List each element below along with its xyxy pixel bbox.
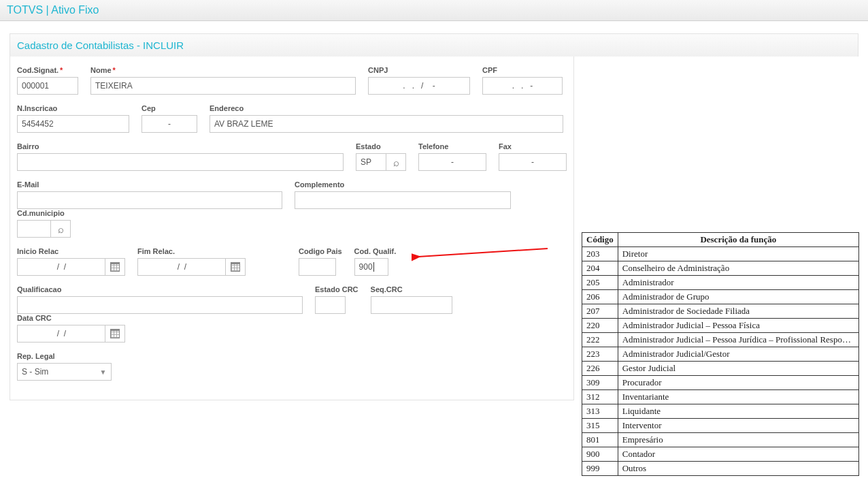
table-row: 309Procurador bbox=[582, 376, 859, 390]
data-crc-input[interactable] bbox=[17, 325, 105, 342]
cod-qualif-input[interactable]: 900 bbox=[354, 258, 388, 276]
label-inicio-relac: Inicio Relac bbox=[17, 247, 125, 255]
cell-desc: Administrador Judicial – Pessoa Física bbox=[618, 319, 858, 333]
col-header-desc: Descrição da função bbox=[618, 233, 858, 247]
cell-desc: Administrador de Grupo bbox=[618, 290, 858, 304]
cell-desc: Administrador de Sociedade Filiada bbox=[618, 304, 858, 319]
cd-municipio-input[interactable] bbox=[17, 220, 51, 238]
cell-desc: Administrador bbox=[618, 276, 858, 290]
complemento-input[interactable] bbox=[295, 191, 511, 209]
label-fax: Fax bbox=[499, 142, 567, 150]
label-cod-qualif: Cod. Qualif. bbox=[354, 247, 397, 255]
email-input[interactable] bbox=[17, 191, 282, 209]
chevron-down-icon: ▼ bbox=[100, 368, 107, 376]
cep-input[interactable] bbox=[141, 115, 197, 133]
table-row: 205Administrador bbox=[582, 276, 859, 290]
telefone-input[interactable] bbox=[418, 153, 486, 171]
rep-legal-dropdown-button[interactable]: ▼ bbox=[95, 363, 112, 381]
label-cpf: CPF bbox=[482, 66, 563, 74]
label-cep: Cep bbox=[141, 104, 197, 112]
inicio-relac-input[interactable] bbox=[17, 258, 105, 276]
cell-code: 206 bbox=[582, 290, 618, 304]
cell-desc: Diretor bbox=[618, 247, 858, 261]
cell-desc: Inventariante bbox=[618, 390, 858, 401]
label-estado: Estado bbox=[356, 142, 406, 150]
text-cursor bbox=[373, 262, 374, 272]
search-icon bbox=[58, 223, 64, 235]
label-qualificacao: Qualificacao bbox=[17, 285, 303, 293]
fax-input[interactable] bbox=[499, 153, 567, 171]
nome-input[interactable] bbox=[90, 77, 356, 95]
cell-code: 223 bbox=[582, 347, 618, 362]
cell-desc: Procurador bbox=[618, 376, 858, 390]
cnpj-input[interactable] bbox=[368, 77, 470, 95]
table-row: 223Administrador Judicial/Gestor bbox=[582, 347, 859, 362]
cell-code: 207 bbox=[582, 304, 618, 319]
cell-desc: Administrador Judicial/Gestor bbox=[618, 347, 858, 362]
cell-desc: Administrador Judicial – Pessoa Jurídica… bbox=[618, 333, 858, 347]
label-estado-crc: Estado CRC bbox=[315, 285, 358, 293]
label-codigo-pais: Codigo Pais bbox=[299, 247, 342, 255]
fim-relac-input[interactable] bbox=[137, 258, 226, 276]
cell-desc: Gestor Judicial bbox=[618, 362, 858, 376]
cell-code: 205 bbox=[582, 276, 618, 290]
form-area: Cod.Signat.* Nome* CNPJ CPF N.I bbox=[10, 57, 574, 400]
label-seq-crc: Seq.CRC bbox=[371, 285, 452, 293]
cod-signat-input[interactable] bbox=[17, 77, 78, 95]
cpf-input[interactable] bbox=[482, 77, 563, 95]
label-rep-legal: Rep. Legal bbox=[17, 352, 112, 360]
codigo-pais-input[interactable] bbox=[299, 258, 336, 276]
qualificacao-input[interactable] bbox=[17, 296, 303, 314]
page-title: Cadastro de Contabilistas - INCLUIR bbox=[10, 33, 858, 57]
cell-code: 226 bbox=[582, 362, 618, 376]
bairro-input[interactable] bbox=[17, 153, 344, 171]
calendar-icon bbox=[110, 329, 120, 338]
calendar-icon bbox=[231, 262, 240, 272]
label-cd-municipio: Cd.municipio bbox=[17, 209, 71, 217]
table-header-row: Código Descrição da função bbox=[582, 233, 859, 247]
search-icon bbox=[393, 157, 399, 168]
cell-code: 312 bbox=[582, 390, 618, 401]
table-row: 206Administrador de Grupo bbox=[582, 290, 859, 304]
cell-code: 204 bbox=[582, 261, 618, 276]
inicio-relac-calendar-button[interactable] bbox=[105, 258, 125, 276]
estado-lookup-button[interactable] bbox=[386, 153, 406, 171]
table-row: 312Inventariante bbox=[582, 390, 859, 401]
col-header-code: Código bbox=[582, 233, 618, 247]
label-data-crc: Data CRC bbox=[17, 314, 125, 322]
cell-desc: Conselheiro de Administração bbox=[618, 261, 858, 276]
table-row: 204Conselheiro de Administração bbox=[582, 261, 859, 276]
label-nome: Nome* bbox=[90, 66, 356, 74]
window-title-bar: TOTVS | Ativo Fixo bbox=[0, 0, 868, 21]
label-bairro: Bairro bbox=[17, 142, 344, 150]
calendar-icon bbox=[110, 262, 120, 272]
seq-crc-input[interactable] bbox=[371, 296, 452, 314]
label-complemento: Complemento bbox=[295, 180, 511, 189]
cd-municipio-lookup-button[interactable] bbox=[50, 220, 71, 238]
cell-code: 220 bbox=[582, 319, 618, 333]
cell-code: 309 bbox=[582, 376, 618, 390]
label-fim-relac: Fim Relac. bbox=[137, 247, 246, 255]
estado-crc-input[interactable] bbox=[315, 296, 346, 314]
label-telefone: Telefone bbox=[418, 142, 486, 150]
endereco-input[interactable] bbox=[210, 115, 563, 133]
label-endereco: Endereco bbox=[210, 104, 563, 112]
label-cnpj: CNPJ bbox=[368, 66, 470, 74]
app-title: TOTVS | Ativo Fixo bbox=[7, 4, 99, 16]
cell-code: 203 bbox=[582, 247, 618, 261]
label-n-inscricao: N.Inscricao bbox=[17, 104, 129, 112]
n-inscricao-input[interactable] bbox=[17, 115, 129, 133]
label-email: E-Mail bbox=[17, 180, 282, 189]
cell-code: 222 bbox=[582, 333, 618, 347]
qualif-codes-table: Código Descrição da função 203Diretor204… bbox=[582, 232, 859, 400]
rep-legal-select[interactable]: S - Sim bbox=[17, 363, 95, 381]
estado-input[interactable] bbox=[356, 153, 386, 171]
table-row: 226Gestor Judicial bbox=[582, 362, 859, 376]
fim-relac-calendar-button[interactable] bbox=[225, 258, 246, 276]
data-crc-calendar-button[interactable] bbox=[105, 325, 125, 342]
label-cod-signat: Cod.Signat.* bbox=[17, 66, 78, 74]
table-row: 222Administrador Judicial – Pessoa Juríd… bbox=[582, 333, 859, 347]
table-row: 203Diretor bbox=[582, 247, 859, 261]
table-row: 207Administrador de Sociedade Filiada bbox=[582, 304, 859, 319]
table-row: 220Administrador Judicial – Pessoa Físic… bbox=[582, 319, 859, 333]
